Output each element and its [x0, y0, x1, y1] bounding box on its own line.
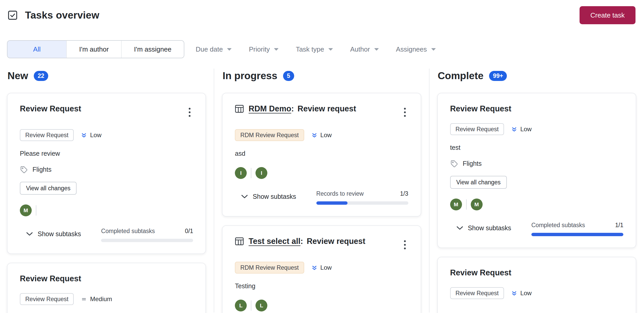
filter-due-date[interactable]: Due date: [196, 45, 232, 53]
filter-label: Author: [350, 45, 370, 53]
record-link[interactable]: Test select all: [249, 237, 300, 246]
page-header: Tasks overview Create task: [0, 0, 644, 24]
progress-bar: [101, 239, 193, 242]
avatar: M: [450, 199, 462, 210]
card-description: Please review: [20, 150, 193, 157]
filter-priority[interactable]: Priority: [249, 45, 279, 53]
segment-im-assignee[interactable]: I'm assignee: [121, 41, 184, 58]
filter-label: Assignees: [396, 45, 427, 53]
chevron-down-icon: [241, 194, 248, 199]
title-colon: :: [300, 237, 303, 246]
avatar-row: M: [20, 204, 193, 216]
priority-low-icon: [511, 290, 518, 297]
tasks-checkbox-icon: [7, 10, 18, 21]
avatar: L: [255, 300, 267, 311]
card-title: Review Request: [450, 104, 511, 113]
chevron-down-icon: [26, 232, 33, 236]
filter-bar: All I'm author I'm assignee Due date Pri…: [7, 40, 644, 58]
kebab-menu-icon[interactable]: [186, 105, 193, 119]
filter-assignees[interactable]: Assignees: [396, 45, 436, 53]
view-all-changes-button[interactable]: View all changes: [20, 182, 77, 195]
task-type-chip: Review Request: [20, 129, 74, 141]
view-all-changes-button[interactable]: View all changes: [450, 176, 507, 189]
filter-label: Priority: [249, 45, 270, 53]
segment-im-author[interactable]: I'm author: [66, 41, 121, 58]
avatar-divider: [466, 199, 467, 210]
column-new: New 22 Review Request Review Request Low…: [0, 69, 214, 312]
task-card[interactable]: Review Request Review Request Low Please…: [7, 93, 206, 254]
task-card[interactable]: Review Request Review Request Low: [437, 257, 636, 313]
tag-label: Flights: [32, 166, 52, 173]
priority-label: Medium: [90, 295, 112, 303]
column-count-badge: 99+: [489, 71, 507, 81]
card-title: Review Request: [450, 268, 511, 277]
filter-author[interactable]: Author: [350, 45, 379, 53]
priority-label: Low: [320, 131, 332, 139]
priority-indicator: Medium: [80, 295, 112, 303]
column-count-badge: 5: [283, 71, 294, 81]
record-link[interactable]: RDM Demo: [249, 104, 291, 113]
task-type-chip: Review Request: [450, 287, 504, 299]
caret-down-icon: [274, 48, 279, 51]
card-title: Review Request: [20, 274, 81, 283]
priority-label: Low: [320, 264, 332, 271]
column-complete: Complete 99+ Review Request Review Reque…: [429, 69, 644, 312]
caret-down-icon: [374, 48, 379, 51]
kebab-menu-icon[interactable]: [401, 105, 408, 119]
priority-indicator: Low: [311, 131, 332, 139]
column-in-progress: In progress 5 RDM Demo: Review request R…: [214, 69, 429, 312]
avatar-divider: [36, 205, 36, 216]
show-subtasks-label: Show subtasks: [468, 224, 511, 232]
column-count-badge: 22: [34, 71, 48, 81]
task-type-chip: RDM Review Request: [235, 262, 304, 274]
avatar-row: I I: [235, 167, 408, 179]
progress-label: Completed subtasks: [531, 222, 585, 229]
records-progress: Records to review 1/3: [316, 190, 408, 205]
task-card[interactable]: Review Request Review Request Medium: [7, 263, 206, 313]
tag-icon: [20, 166, 28, 174]
task-type-chip: RDM Review Request: [235, 129, 304, 141]
view-segmented-control: All I'm author I'm assignee: [7, 40, 184, 58]
progress-label: Completed subtasks: [101, 228, 155, 235]
progress-bar-fill: [531, 233, 623, 236]
table-icon: [235, 237, 244, 245]
tag-row: Flights: [20, 166, 193, 174]
segment-all[interactable]: All: [7, 41, 66, 58]
priority-label: Low: [520, 126, 532, 133]
create-task-button[interactable]: Create task: [580, 6, 635, 24]
card-title: RDM Demo: Review request: [235, 104, 356, 113]
tag-icon: [450, 160, 458, 168]
tasks-overview-page: Tasks overview Create task All I'm autho…: [0, 0, 644, 313]
priority-label: Low: [90, 131, 101, 139]
priority-indicator: Low: [511, 126, 532, 133]
chevron-down-icon: [456, 226, 463, 230]
kebab-menu-icon[interactable]: [401, 238, 408, 252]
filter-label: Due date: [196, 45, 223, 53]
column-title: New: [7, 70, 28, 81]
card-description: Testing: [235, 282, 408, 290]
show-subtasks-toggle[interactable]: Show subtasks: [456, 224, 511, 232]
filter-task-type[interactable]: Task type: [296, 45, 333, 53]
task-card[interactable]: RDM Demo: Review request RDM Review Requ…: [222, 93, 421, 217]
card-title: Review Request: [20, 104, 81, 113]
progress-label: Records to review: [316, 190, 364, 197]
priority-label: Low: [520, 290, 532, 297]
avatar: M: [471, 199, 483, 210]
task-card[interactable]: Review Request Review Request Low test F…: [437, 93, 636, 248]
column-header-new: New 22: [7, 70, 206, 81]
progress-value: 1/3: [400, 190, 408, 197]
progress-bar: [316, 201, 408, 205]
priority-low-icon: [80, 132, 87, 139]
avatar-row: L L: [235, 300, 408, 311]
title-colon: :: [291, 104, 294, 113]
avatar: I: [235, 167, 247, 179]
kanban-board: New 22 Review Request Review Request Low…: [0, 69, 644, 312]
task-card[interactable]: Test select all: Review request RDM Revi…: [222, 225, 421, 313]
show-subtasks-label: Show subtasks: [253, 193, 296, 200]
show-subtasks-toggle[interactable]: Show subtasks: [241, 193, 296, 200]
show-subtasks-toggle[interactable]: Show subtasks: [26, 230, 81, 238]
caret-down-icon: [328, 48, 333, 51]
avatar: M: [20, 204, 32, 216]
progress-value: 0/1: [185, 228, 193, 235]
avatar-divider: [251, 300, 251, 311]
